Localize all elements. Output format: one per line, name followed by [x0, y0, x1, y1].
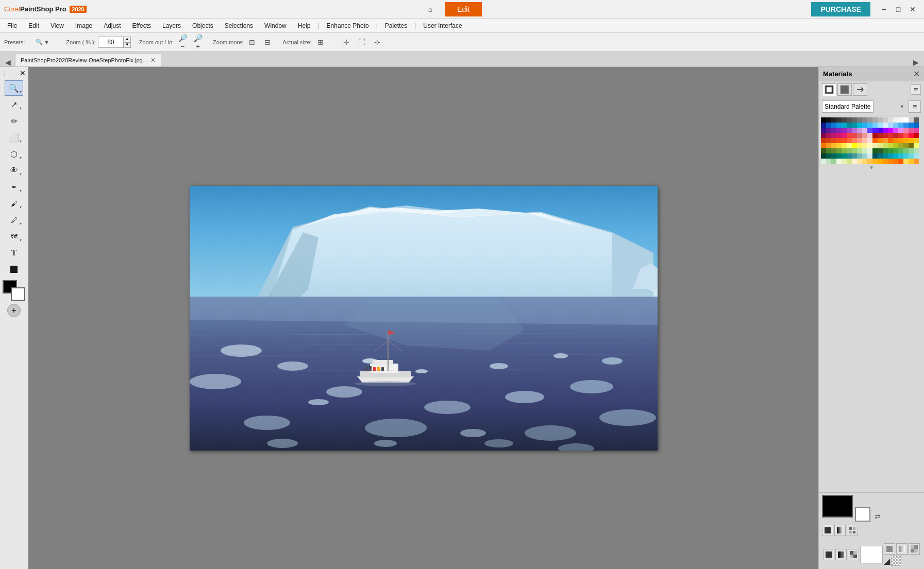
fit-window-button[interactable]: ⊡ — [245, 36, 259, 49]
color-swatch[interactable] — [842, 148, 847, 153]
solid-color-button[interactable] — [822, 525, 833, 536]
color-swatch[interactable] — [836, 117, 842, 123]
color-swatch[interactable] — [888, 153, 893, 159]
color-swatch[interactable] — [893, 143, 898, 148]
color-swatch[interactable] — [883, 143, 888, 148]
color-swatch[interactable] — [826, 148, 831, 153]
color-swatch[interactable] — [852, 133, 857, 138]
tool-pan[interactable]: ↗ ▾ — [5, 97, 23, 112]
color-swatch[interactable] — [909, 123, 914, 128]
color-swatch[interactable] — [826, 117, 831, 123]
color-swatch[interactable] — [852, 123, 857, 128]
presets-dropdown-button[interactable]: 🔍 ▼ — [27, 36, 58, 49]
align-button[interactable]: ⊹ — [371, 36, 384, 49]
color-swatch[interactable] — [867, 159, 872, 164]
color-swatch[interactable] — [914, 153, 919, 159]
color-swatch[interactable] — [857, 159, 862, 164]
color-swatch[interactable] — [898, 117, 903, 123]
palette-options-button[interactable]: ≡ — [911, 84, 921, 95]
color-swatch[interactable] — [831, 148, 836, 153]
color-swatch[interactable] — [893, 117, 898, 123]
color-swatch[interactable] — [883, 128, 888, 133]
color-swatch[interactable] — [914, 123, 919, 128]
tool-paint[interactable]: 🖊 ▾ — [5, 212, 23, 228]
transparent-button[interactable] — [891, 556, 901, 566]
color-swatch[interactable] — [842, 159, 847, 164]
color-swatch[interactable] — [847, 117, 852, 123]
color-swatch[interactable] — [867, 128, 872, 133]
color-swatch[interactable] — [852, 117, 857, 123]
zoom-down-button[interactable]: ▼ — [124, 42, 131, 48]
color-swatch[interactable] — [836, 138, 842, 143]
color-swatch[interactable] — [857, 128, 862, 133]
color-swatch[interactable] — [898, 133, 903, 138]
color-swatch[interactable] — [888, 159, 893, 164]
palette-menu-button[interactable]: ≡ — [909, 100, 921, 113]
color-swatch[interactable] — [867, 117, 872, 123]
tool-zoom[interactable]: 🔍 ▾ — [5, 80, 23, 96]
color-swatch[interactable] — [862, 143, 867, 148]
purchase-button[interactable]: PURCHASE — [811, 2, 870, 16]
color-swatch[interactable] — [893, 159, 898, 164]
color-swatch[interactable] — [842, 153, 847, 159]
color-swatch[interactable] — [909, 159, 914, 164]
color-swatch[interactable] — [878, 123, 883, 128]
actual-size-button[interactable]: ⊞ — [314, 36, 327, 49]
color-swatch[interactable] — [903, 123, 909, 128]
swap-colors-icon[interactable]: ⇄ — [875, 512, 881, 521]
menu-view[interactable]: View — [45, 21, 69, 31]
color-swatch[interactable] — [883, 159, 888, 164]
color-swatch[interactable] — [831, 117, 836, 123]
color-swatch[interactable] — [898, 123, 903, 128]
background-color-swatch[interactable] — [11, 287, 25, 301]
color-swatch[interactable] — [903, 143, 909, 148]
materials-close-button[interactable]: ✕ — [913, 69, 920, 79]
palette-dropdown[interactable]: Standard Palette — [822, 100, 873, 113]
color-swatch[interactable] — [909, 133, 914, 138]
color-swatch[interactable] — [826, 153, 831, 159]
color-swatch[interactable] — [909, 153, 914, 159]
color-swatch[interactable] — [883, 153, 888, 159]
color-swatch[interactable] — [909, 143, 914, 148]
color-swatch[interactable] — [909, 117, 914, 123]
color-swatch[interactable] — [836, 143, 842, 148]
color-swatch[interactable] — [857, 143, 862, 148]
toolbox-close-button[interactable]: ✕ — [20, 69, 26, 77]
color-swatch[interactable] — [872, 133, 878, 138]
color-swatch[interactable] — [842, 133, 847, 138]
color-swatch[interactable] — [914, 159, 919, 164]
color-swatch[interactable] — [852, 138, 857, 143]
color-swatch[interactable] — [872, 153, 878, 159]
color-swatch[interactable] — [826, 123, 831, 128]
tool-fill[interactable]: 🗺 ▾ — [5, 229, 23, 244]
background-preview[interactable] — [855, 507, 870, 522]
edit-nav-button[interactable]: Edit — [445, 2, 482, 16]
zoom-spinner[interactable]: ▲ ▼ — [124, 37, 131, 48]
color-swatch[interactable] — [898, 143, 903, 148]
color-swatch[interactable] — [821, 123, 826, 128]
color-swatch[interactable] — [883, 123, 888, 128]
color-swatch[interactable] — [872, 138, 878, 143]
color-swatch[interactable] — [893, 128, 898, 133]
color-swatch[interactable] — [898, 159, 903, 164]
tool-red-eye[interactable]: 👁 ▾ — [5, 163, 23, 178]
add-tool-button[interactable]: + — [7, 304, 21, 317]
materials-tab-foreground[interactable] — [822, 83, 836, 96]
menu-adjust[interactable]: Adjust — [98, 21, 126, 31]
materials-tab-swatch[interactable] — [853, 83, 867, 96]
color-swatch[interactable] — [847, 128, 852, 133]
color-swatch[interactable] — [831, 133, 836, 138]
color-swatch[interactable] — [867, 153, 872, 159]
color-swatch[interactable] — [852, 148, 857, 153]
color-swatch[interactable] — [914, 138, 919, 143]
color-swatch[interactable] — [857, 123, 862, 128]
tool-eyedropper[interactable]: ✏ — [5, 113, 23, 129]
tool-retouch[interactable]: 🖌 ▾ — [5, 196, 23, 211]
color-swatch[interactable] — [878, 153, 883, 159]
color-swatch[interactable] — [878, 143, 883, 148]
pattern-button[interactable] — [847, 525, 858, 536]
color-swatch[interactable] — [909, 138, 914, 143]
color-swatch[interactable] — [909, 148, 914, 153]
color-swatch[interactable] — [898, 153, 903, 159]
color-swatch[interactable] — [831, 128, 836, 133]
